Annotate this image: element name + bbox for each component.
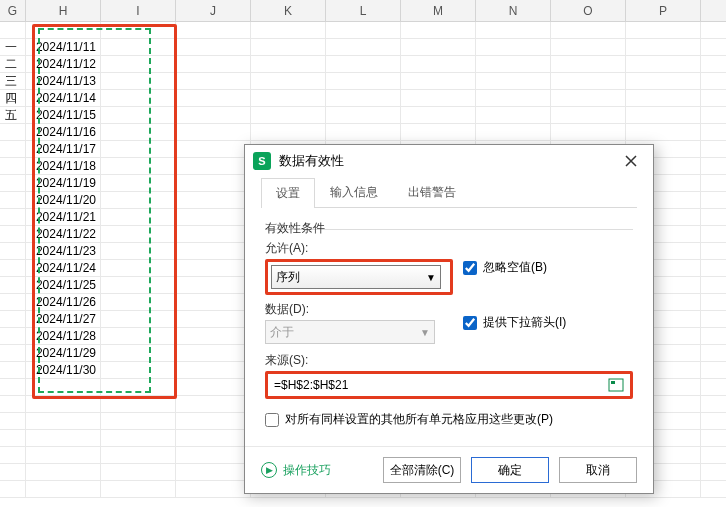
cell[interactable] — [476, 56, 551, 72]
cell[interactable] — [101, 158, 176, 174]
cell[interactable]: 2024/11/26 — [26, 294, 101, 310]
cell[interactable] — [176, 413, 251, 429]
cell[interactable]: 2024/11/21 — [26, 209, 101, 225]
cell[interactable] — [176, 447, 251, 463]
tab-error-alert[interactable]: 出错警告 — [393, 177, 471, 207]
cell[interactable] — [101, 141, 176, 157]
cell[interactable]: 2024/11/12 — [26, 56, 101, 72]
cell[interactable] — [476, 90, 551, 106]
cell[interactable] — [176, 277, 251, 293]
cell[interactable] — [176, 226, 251, 242]
cell[interactable] — [0, 345, 26, 361]
cell[interactable] — [326, 39, 401, 55]
cell[interactable] — [101, 56, 176, 72]
cell[interactable] — [0, 464, 26, 480]
cell[interactable] — [101, 311, 176, 327]
cell[interactable] — [476, 73, 551, 89]
col-header[interactable]: K — [251, 0, 326, 21]
cell[interactable]: 五 — [0, 107, 26, 123]
source-input[interactable] — [274, 378, 608, 392]
apply-all-checkbox[interactable]: 对所有同样设置的其他所有单元格应用这些更改(P) — [265, 411, 633, 428]
cell[interactable]: 一 — [0, 39, 26, 55]
cell[interactable] — [176, 379, 251, 395]
cell[interactable] — [176, 260, 251, 276]
cell[interactable] — [101, 124, 176, 140]
cell[interactable] — [101, 73, 176, 89]
cell[interactable] — [176, 396, 251, 412]
cell[interactable] — [101, 396, 176, 412]
cell[interactable] — [326, 90, 401, 106]
cell[interactable] — [476, 107, 551, 123]
clear-all-button[interactable]: 全部清除(C) — [383, 457, 461, 483]
col-header[interactable]: M — [401, 0, 476, 21]
cell[interactable]: 2024/11/19 — [26, 175, 101, 191]
cell[interactable] — [101, 90, 176, 106]
cell[interactable] — [26, 430, 101, 446]
cell[interactable] — [0, 447, 26, 463]
cell[interactable] — [0, 430, 26, 446]
cell[interactable] — [176, 107, 251, 123]
cell[interactable] — [176, 243, 251, 259]
cell[interactable] — [401, 39, 476, 55]
cell[interactable] — [0, 175, 26, 191]
cell[interactable]: 2024/11/18 — [26, 158, 101, 174]
cell[interactable] — [101, 328, 176, 344]
cell[interactable] — [251, 73, 326, 89]
cell[interactable]: 三 — [0, 73, 26, 89]
cell[interactable]: 2024/11/20 — [26, 192, 101, 208]
col-header[interactable]: G — [0, 0, 26, 21]
cell[interactable] — [176, 328, 251, 344]
cell[interactable]: 2024/11/11 — [26, 39, 101, 55]
cell[interactable] — [0, 192, 26, 208]
cell[interactable] — [626, 22, 701, 38]
cell[interactable] — [0, 328, 26, 344]
col-header[interactable]: I — [101, 0, 176, 21]
cell[interactable] — [101, 345, 176, 361]
cell[interactable] — [551, 56, 626, 72]
cell[interactable] — [326, 73, 401, 89]
cell[interactable] — [176, 124, 251, 140]
dialog-titlebar[interactable]: S 数据有效性 — [245, 145, 653, 177]
cell[interactable] — [626, 107, 701, 123]
cell[interactable] — [551, 73, 626, 89]
cell[interactable] — [101, 243, 176, 259]
cell[interactable] — [176, 209, 251, 225]
tips-link[interactable]: ▶ 操作技巧 — [261, 462, 331, 479]
ignore-blank-checkbox[interactable]: 忽略空值(B) — [463, 259, 547, 276]
dropdown-arrow-checkbox[interactable]: 提供下拉箭头(I) — [463, 314, 566, 331]
cell[interactable] — [101, 175, 176, 191]
cell[interactable] — [101, 481, 176, 497]
cell[interactable] — [251, 90, 326, 106]
cell[interactable] — [476, 22, 551, 38]
cell[interactable] — [0, 209, 26, 225]
tab-input-message[interactable]: 输入信息 — [315, 177, 393, 207]
cell[interactable] — [101, 447, 176, 463]
cell[interactable] — [626, 124, 701, 140]
close-button[interactable] — [617, 147, 645, 175]
col-header[interactable]: H — [26, 0, 101, 21]
cell[interactable] — [401, 124, 476, 140]
allow-select[interactable]: 序列 ▼ — [271, 265, 441, 289]
cell[interactable] — [0, 277, 26, 293]
cell[interactable] — [26, 379, 101, 395]
cell[interactable] — [176, 192, 251, 208]
cancel-button[interactable]: 取消 — [559, 457, 637, 483]
cell[interactable] — [326, 107, 401, 123]
cell[interactable] — [626, 56, 701, 72]
cell[interactable] — [476, 39, 551, 55]
cell[interactable] — [176, 464, 251, 480]
cell[interactable]: 二 — [0, 56, 26, 72]
cell[interactable] — [176, 22, 251, 38]
cell[interactable] — [176, 294, 251, 310]
cell[interactable] — [326, 22, 401, 38]
ok-button[interactable]: 确定 — [471, 457, 549, 483]
cell[interactable] — [26, 447, 101, 463]
cell[interactable] — [626, 39, 701, 55]
cell[interactable]: 2024/11/24 — [26, 260, 101, 276]
cell[interactable] — [101, 413, 176, 429]
range-picker-icon[interactable] — [608, 378, 624, 392]
tab-settings[interactable]: 设置 — [261, 178, 315, 208]
cell[interactable]: 2024/11/22 — [26, 226, 101, 242]
cell[interactable] — [101, 107, 176, 123]
cell[interactable] — [551, 90, 626, 106]
